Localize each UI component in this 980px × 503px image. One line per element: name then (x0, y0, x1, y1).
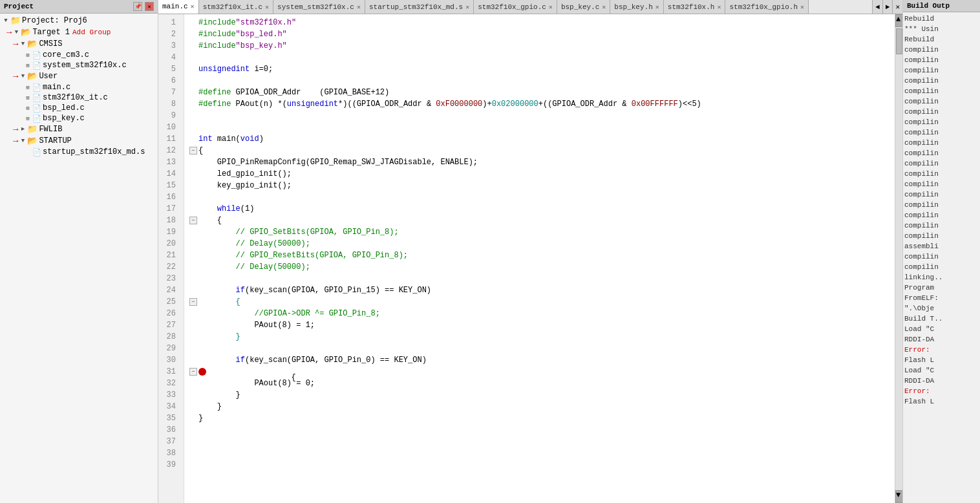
tab-bsp-key-h-close[interactable]: ✕ (655, 3, 659, 11)
tab-main-c[interactable]: main.c ✕ (158, 0, 199, 14)
tab-stm32f10x-it[interactable]: stm32f10x_it.c ✕ (199, 0, 273, 14)
tree-item-cmsis[interactable]: → ▼ 📂 CMSIS (0, 38, 158, 50)
tab-bsp-key-c[interactable]: bsp_key.c ✕ (557, 0, 610, 14)
tab-startup-md-s[interactable]: startup_stm32f10x_md.s ✕ (365, 0, 474, 14)
system-expand: ⊞ (23, 61, 32, 70)
tab-stm32f10x-h[interactable]: stm32f10x.h ✕ (664, 0, 726, 14)
scrollbar-down-btn[interactable]: ▼ (895, 490, 902, 503)
tab-startup-s-label: startup_stm32f10x_md.s (369, 3, 463, 11)
tab-bsp-key-c-close[interactable]: ✕ (602, 3, 606, 11)
build-line-7: compilin (904, 76, 979, 86)
collapse-btn-25[interactable]: − (189, 298, 197, 306)
build-line-25: compilin (904, 262, 979, 272)
ln-38: 38 (158, 447, 180, 459)
ln-1: 1 (158, 17, 180, 28)
tree-item-fwlib[interactable]: → ► 📁 FWLIB (0, 123, 158, 135)
collapse-btn-18[interactable]: − (189, 217, 197, 224)
target1-folder-icon: 📂 (21, 27, 31, 37)
scrollbar-track[interactable] (895, 27, 902, 490)
tab-stm32f10x-gpio-c[interactable]: stm32f10x_gpio.c ✕ (474, 0, 557, 14)
tree-item-bsp-key[interactable]: ⊞ 📄 bsp_key.c (0, 113, 158, 123)
ln-23: 23 (158, 273, 180, 284)
right-panel-title: Build Outp (907, 2, 950, 10)
code-line-22: // Delay(50000); (189, 261, 889, 273)
tab-nav-right[interactable]: ► (882, 0, 893, 14)
system-label: system_stm32f10x.c (43, 61, 127, 70)
build-line-33: Error: (904, 345, 979, 355)
scrollbar-up-btn[interactable]: ▲ (895, 14, 902, 27)
startup-s-file-icon: 📄 (32, 148, 41, 156)
collapse-btn-31[interactable]: − (189, 368, 197, 376)
tab-startup-s-close[interactable]: ✕ (465, 3, 469, 11)
startup-label: STARTUP (39, 136, 71, 145)
ln-25: 25 (158, 296, 180, 308)
code-line-38 (189, 447, 889, 459)
tree-item-system-stm32f10x[interactable]: ⊞ 📄 system_stm32f10x.c (0, 60, 158, 70)
left-panel-pin-btn[interactable]: 📌 (133, 2, 142, 11)
build-line-34: Flash L (904, 355, 979, 365)
code-line-17: while(1) (189, 203, 889, 215)
tree-item-stm32f10x-it[interactable]: ⊞ 📄 stm32f10x_it.c (0, 92, 158, 103)
code-line-34: } (189, 401, 889, 412)
tab-gpio-h-close[interactable]: ✕ (800, 3, 804, 11)
target1-expand: ▼ (12, 28, 21, 37)
build-line-18: compilin (904, 189, 979, 200)
ln-39: 39 (158, 459, 180, 471)
tab-main-c-label: main.c (162, 3, 188, 10)
tab-nav-left[interactable]: ◄ (872, 0, 882, 14)
tab-stm32f10x-gpio-h[interactable]: stm32f10x_gpio.h ✕ (725, 0, 809, 14)
ln-17: 17 (158, 203, 180, 215)
left-panel-title: Project (4, 3, 34, 10)
code-line-19: // GPIO_SetBits(GPIOA, GPIO_Pin_8); (189, 226, 889, 238)
code-line-7: #define GPIOA_ODR_Addr (GPIOA_BASE+12) (189, 87, 889, 98)
tab-bsp-key-h-label: bsp_key.h (614, 3, 652, 11)
user-arrow: → (13, 71, 18, 81)
ln-28: 28 (158, 331, 180, 343)
tab-stm32f10x-it-label: stm32f10x_it.c (203, 3, 262, 11)
code-line-33: } (189, 389, 889, 401)
main-layout: Project 📌 ✕ ▼ 📁 Project: Proj6 → ▼ 📂 Tar… (0, 0, 980, 503)
code-line-31: − { (189, 366, 889, 378)
build-line-32: RDDI-DA (904, 334, 979, 345)
tree-item-core-cm3[interactable]: ⊞ 📄 core_cm3.c (0, 50, 158, 60)
fwlib-expand: ► (18, 125, 27, 134)
tab-stm32f10x-h-close[interactable]: ✕ (717, 3, 721, 11)
editor-scrollbar[interactable]: ▲ ▼ (895, 14, 902, 503)
tree-item-user[interactable]: → ▼ 📂 User (0, 70, 158, 82)
build-line-24: compilin (904, 252, 979, 262)
right-panel-content: Rebuild*** UsinRebuildcompilincompilinco… (903, 12, 980, 503)
ln-9: 9 (158, 110, 180, 122)
tree-item-project[interactable]: ▼ 📁 Project: Proj6 (0, 15, 158, 27)
tab-gpio-c-close[interactable]: ✕ (549, 3, 553, 11)
tree-item-startup-s[interactable]: 📄 startup_stm32f10x_md.s (0, 147, 158, 157)
tree-item-startup[interactable]: → ▼ 📂 STARTUP (0, 135, 158, 147)
ln-24: 24 (158, 284, 180, 296)
tree-item-main-c[interactable]: ⊞ 📄 main.c (0, 82, 158, 92)
left-panel-header: Project 📌 ✕ (0, 0, 158, 14)
tab-system-stm32f10x[interactable]: system_stm32f10x.c ✕ (273, 0, 365, 14)
startup-expand: ▼ (18, 136, 27, 145)
code-line-15: key_gpio_init(); (189, 180, 889, 191)
build-line-5: compilin (904, 55, 979, 65)
tree-item-target1[interactable]: → ▼ 📂 Target 1 Add Group (0, 27, 158, 38)
build-line-20: compilin (904, 210, 979, 220)
tab-bsp-key-h[interactable]: bsp_key.h ✕ (610, 0, 663, 14)
scrollbar-thumb[interactable] (896, 28, 902, 54)
tree-item-bsp-led[interactable]: ⊞ 📄 bsp_led.c (0, 103, 158, 113)
tab-close-all[interactable]: ✕ (892, 0, 902, 14)
code-line-18: − { (189, 215, 889, 226)
tab-system-close[interactable]: ✕ (357, 3, 361, 11)
collapse-btn-12[interactable]: − (189, 147, 197, 155)
ln-34: 34 (158, 401, 180, 412)
code-line-2: #include "bsp_led.h" (189, 28, 889, 40)
project-tree: ▼ 📁 Project: Proj6 → ▼ 📂 Target 1 Add Gr… (0, 14, 158, 503)
build-line-3: Rebuild (904, 34, 979, 45)
code-content[interactable]: #include "stm32f10x.h" #include "bsp_led… (184, 14, 895, 503)
code-line-13: GPIO_PinRemapConfig(GPIO_Remap_SWJ_JTAGD… (189, 156, 889, 168)
tab-gpio-c-label: stm32f10x_gpio.c (478, 3, 546, 11)
stm32-it-label: stm32f10x_it.c (43, 93, 108, 102)
left-panel-close-btn[interactable]: ✕ (145, 2, 154, 11)
tab-stm32f10x-it-close[interactable]: ✕ (265, 3, 269, 11)
tab-main-c-close[interactable]: ✕ (191, 3, 195, 10)
project-expand-icon: ▼ (1, 16, 10, 25)
